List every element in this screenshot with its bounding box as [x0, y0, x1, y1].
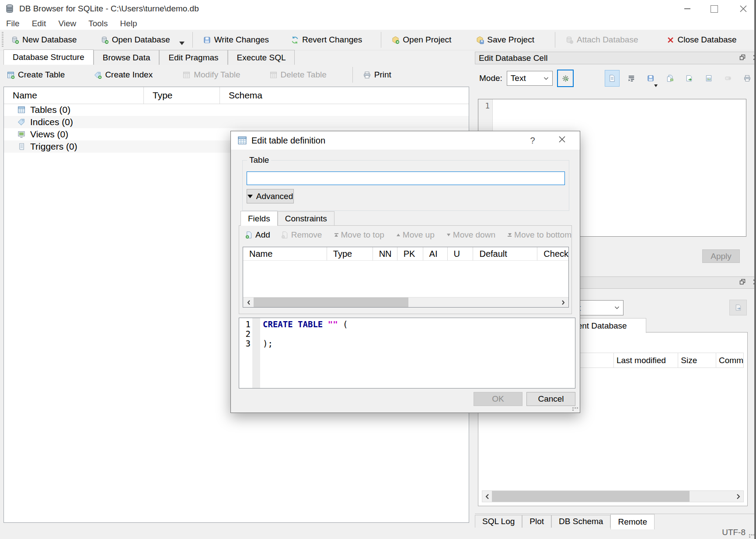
- tab-execute-sql[interactable]: Execute SQL: [228, 50, 295, 65]
- scrollbar-thumb[interactable]: [492, 491, 690, 502]
- menu-edit[interactable]: Edit: [26, 18, 52, 30]
- create-index-button[interactable]: Create Index: [88, 66, 158, 84]
- remote-push-icon-button: [729, 300, 747, 315]
- fields-table: Name Type NN PK AI U Default Check: [243, 247, 569, 308]
- tree-column-type[interactable]: Type: [144, 87, 220, 104]
- printer-icon: [743, 74, 751, 82]
- fields-table-header: Name Type NN PK AI U Default Check: [243, 247, 568, 261]
- fields-tab-page: Add Remove Move to top Move up Move down: [239, 225, 572, 314]
- col-name[interactable]: Name: [243, 247, 327, 260]
- open-database-dropdown[interactable]: [176, 31, 188, 49]
- dialog-title-bar[interactable]: Edit table definition ?: [231, 131, 580, 150]
- autoformat-gear-button[interactable]: [557, 70, 574, 87]
- tree-column-schema[interactable]: Schema: [220, 87, 469, 104]
- tab-fields[interactable]: Fields: [240, 211, 278, 226]
- scroll-right-icon[interactable]: [558, 298, 568, 307]
- close-database-button[interactable]: Close Database: [661, 31, 742, 49]
- word-wrap-icon-button[interactable]: [624, 70, 639, 87]
- tab-database-structure[interactable]: Database Structure: [3, 49, 94, 65]
- float-panel-icon[interactable]: [739, 278, 746, 287]
- create-table-button[interactable]: Create Table: [1, 66, 70, 84]
- scrollbar-thumb[interactable]: [254, 298, 408, 307]
- advanced-toggle-button[interactable]: Advanced: [247, 189, 294, 203]
- tab-edit-pragmas[interactable]: Edit Pragmas: [159, 50, 227, 65]
- cancel-button[interactable]: Cancel: [526, 392, 575, 406]
- tree-item-indices[interactable]: Indices (0): [4, 116, 469, 128]
- new-database-icon: [11, 36, 19, 44]
- image-view-icon-button[interactable]: [701, 70, 716, 87]
- modify-table-button: Modify Table: [177, 66, 246, 84]
- open-project-button[interactable]: Open Project: [386, 31, 457, 49]
- maximize-button[interactable]: [709, 4, 719, 14]
- col-check[interactable]: Check: [537, 247, 568, 260]
- import-file-icon-button[interactable]: [643, 70, 658, 87]
- main-tab-bar: Database Structure Browse Data Edit Prag…: [3, 50, 295, 65]
- tab-browse-data[interactable]: Browse Data: [94, 50, 160, 65]
- null-icon: [724, 74, 732, 82]
- scroll-right-icon[interactable]: [734, 491, 743, 502]
- write-changes-button[interactable]: Write Changes: [197, 31, 275, 49]
- line-number: 2: [239, 329, 253, 339]
- export-file-icon-button[interactable]: [662, 70, 677, 87]
- text-mode-icon-button[interactable]: [605, 70, 620, 87]
- tree-header: Name Type Schema: [4, 87, 469, 104]
- move-to-bottom-button: Move to bottom: [508, 230, 571, 240]
- encoding-indicator[interactable]: UTF-8: [722, 528, 746, 537]
- table-icon: [17, 105, 26, 114]
- dialog-close-button[interactable]: [558, 135, 566, 146]
- title-bar: DB Browser for SQLite - C:\Users\turne\d…: [0, 0, 756, 18]
- tab-constraints[interactable]: Constraints: [278, 211, 334, 226]
- save-project-button[interactable]: Save Project: [470, 31, 540, 49]
- menu-file[interactable]: File: [0, 18, 26, 30]
- open-database-button[interactable]: Open Database: [95, 31, 176, 49]
- dialog-resize-grip[interactable]: [572, 407, 578, 411]
- col-default[interactable]: Default: [473, 247, 537, 260]
- chevron-down-icon: [614, 306, 620, 310]
- print-button[interactable]: Print: [357, 66, 397, 84]
- remote-column-commit[interactable]: Comm: [716, 353, 743, 368]
- new-database-button[interactable]: New Database: [5, 31, 83, 49]
- add-field-button[interactable]: Add: [245, 230, 270, 240]
- toolbar-drag-handle[interactable]: [2, 32, 3, 48]
- col-u[interactable]: U: [448, 247, 474, 260]
- sql-plain: (: [338, 319, 348, 329]
- col-nn[interactable]: NN: [373, 247, 397, 260]
- mode-select[interactable]: Text: [507, 71, 553, 86]
- scroll-left-icon[interactable]: [243, 298, 254, 307]
- remote-column-last-modified[interactable]: Last modified: [614, 353, 678, 368]
- col-type[interactable]: Type: [327, 247, 373, 260]
- document-push-icon: [734, 304, 742, 312]
- table-group-label: Table: [247, 155, 271, 165]
- revert-changes-button[interactable]: Revert Changes: [285, 31, 368, 49]
- menu-view[interactable]: View: [52, 18, 82, 30]
- sql-string: "": [323, 319, 338, 329]
- edit-cell-dock-header[interactable]: Edit Database Cell: [475, 52, 756, 64]
- save-dropdown-arrow[interactable]: [654, 84, 658, 87]
- menu-bar: File Edit View Tools Help: [0, 18, 756, 30]
- print-cell-icon-button[interactable]: [740, 70, 755, 87]
- mode-label: Mode:: [479, 74, 502, 83]
- tree-column-name[interactable]: Name: [4, 87, 144, 104]
- open-in-app-icon-button[interactable]: [682, 70, 697, 87]
- remote-column-size[interactable]: Size: [678, 353, 716, 368]
- gear-icon: [561, 74, 570, 83]
- sql-line: 3 );: [239, 339, 575, 348]
- attach-database-icon: [565, 36, 574, 44]
- close-button[interactable]: [739, 4, 748, 14]
- sql-line: 1 CREATE TABLE "" (: [239, 319, 575, 329]
- float-panel-icon[interactable]: [739, 53, 746, 63]
- open-project-icon: [391, 36, 400, 44]
- dialog-help-button[interactable]: ?: [526, 136, 539, 146]
- tree-item-tables[interactable]: Tables (0): [4, 104, 469, 116]
- menu-tools[interactable]: Tools: [82, 18, 114, 30]
- scroll-left-icon[interactable]: [482, 491, 492, 502]
- minimize-button[interactable]: [683, 4, 692, 14]
- remote-hscrollbar[interactable]: [482, 490, 744, 502]
- col-pk[interactable]: PK: [397, 247, 423, 260]
- tab-remote[interactable]: Remote: [610, 514, 655, 529]
- line-number: 3: [239, 339, 253, 348]
- col-ai[interactable]: AI: [423, 247, 448, 260]
- table-name-input[interactable]: [247, 172, 565, 185]
- menu-help[interactable]: Help: [114, 18, 143, 30]
- fields-hscrollbar[interactable]: [243, 297, 568, 307]
